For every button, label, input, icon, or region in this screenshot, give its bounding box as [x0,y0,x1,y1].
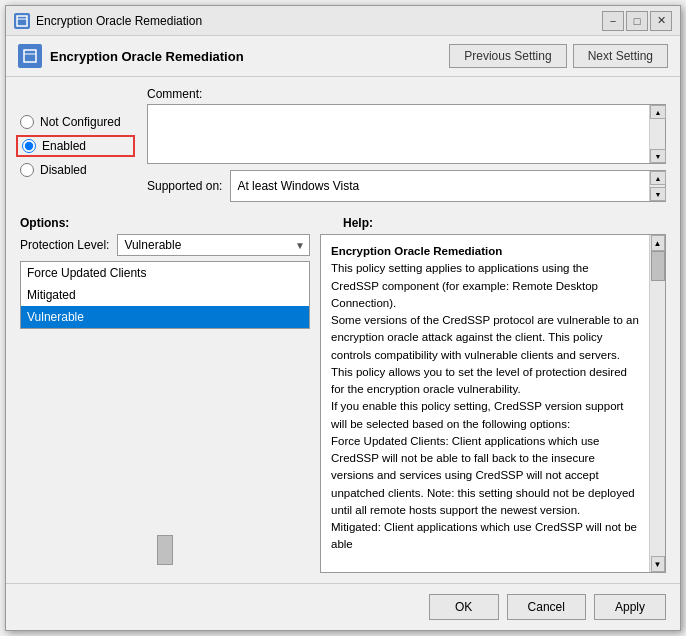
dropdown-wrapper: Vulnerable ▼ [117,234,310,256]
options-label: Options: [20,216,343,230]
protection-row: Protection Level: Vulnerable ▼ [20,234,310,256]
window-icon [14,13,30,29]
dropdown-item-mitigated[interactable]: Mitigated [21,284,309,306]
ok-button[interactable]: OK [429,594,499,620]
main-content: Not Configured Enabled Disabled Comment: [6,77,680,583]
dropdown-arrow-icon: ▼ [295,240,305,251]
help-para-2: Some versions of the CredSSP protocol ar… [331,312,639,398]
comment-field: Comment: ▲ ▼ [147,87,666,164]
title-bar: Encryption Oracle Remediation − □ ✕ [6,6,680,36]
disabled-radio[interactable] [20,163,34,177]
comment-scrollbar: ▲ ▼ [649,105,665,163]
supported-inner: At least Windows Vista [231,171,649,201]
supported-scrollbar: ▲ ▼ [649,171,665,201]
comment-label: Comment: [147,87,666,101]
dropdown-item-force[interactable]: Force Updated Clients [21,262,309,284]
radio-group: Not Configured Enabled Disabled [20,87,135,202]
comment-scroll-up[interactable]: ▲ [650,105,666,119]
options-scroll-area [20,329,310,573]
help-label: Help: [343,216,666,230]
title-text: Encryption Oracle Remediation [36,14,602,28]
supported-value: At least Windows Vista [237,179,359,193]
disabled-label: Disabled [40,163,87,177]
section-labels: Options: Help: [20,216,666,230]
help-scroll-up-btn[interactable]: ▲ [651,235,665,251]
comment-scroll-down[interactable]: ▼ [650,149,666,163]
supported-scroll-up[interactable]: ▲ [650,171,666,185]
supported-row: Supported on: At least Windows Vista ▲ ▼ [147,170,666,202]
help-scroll-thumb[interactable] [651,251,665,281]
enabled-label: Enabled [42,139,86,153]
next-setting-button[interactable]: Next Setting [573,44,668,68]
comment-content [148,105,649,163]
footer: OK Cancel Apply [6,583,680,630]
help-title: Encryption Oracle Remediation [331,245,502,257]
header-title: Encryption Oracle Remediation [50,49,449,64]
svg-rect-2 [24,50,36,62]
header-icon [18,44,42,68]
dropdown-list: Force Updated Clients Mitigated Vulnerab… [20,261,310,329]
window-controls: − □ ✕ [602,11,672,31]
main-window: Encryption Oracle Remediation − □ ✕ Encr… [5,5,681,631]
help-scrollbar: ▲ ▼ [649,235,665,572]
prev-setting-button[interactable]: Previous Setting [449,44,566,68]
supported-label: Supported on: [147,179,222,193]
help-para-1: This policy setting applies to applicati… [331,260,639,312]
not-configured-radio[interactable] [20,115,34,129]
maximize-button[interactable]: □ [626,11,648,31]
apply-button[interactable]: Apply [594,594,666,620]
close-button[interactable]: ✕ [650,11,672,31]
header-bar: Encryption Oracle Remediation Previous S… [6,36,680,77]
help-scroll-down-btn[interactable]: ▼ [651,556,665,572]
enabled-option[interactable]: Enabled [16,135,135,157]
lower-section: Protection Level: Vulnerable ▼ Force Upd… [20,234,666,573]
right-panel: Comment: ▲ ▼ Supported on: At [147,87,666,202]
help-para-5: Mitigated: Client applications which use… [331,519,639,554]
not-configured-option[interactable]: Not Configured [20,115,135,129]
help-scroll-container: Encryption Oracle Remediation This polic… [320,234,666,573]
minimize-button[interactable]: − [602,11,624,31]
comment-scroll-container: ▲ ▼ [147,104,666,164]
supported-container: At least Windows Vista ▲ ▼ [230,170,666,202]
help-para-4: Force Updated Clients: Client applicatio… [331,433,639,519]
protection-label: Protection Level: [20,238,109,252]
top-section: Not Configured Enabled Disabled Comment: [20,87,666,202]
help-para-3: If you enable this policy setting, CredS… [331,398,639,433]
options-scroll-thumb [157,535,173,565]
disabled-option[interactable]: Disabled [20,163,135,177]
help-content: Encryption Oracle Remediation This polic… [321,235,649,572]
svg-rect-0 [17,16,27,26]
dropdown-value: Vulnerable [124,238,181,252]
cancel-button[interactable]: Cancel [507,594,586,620]
help-scroll-track [651,251,665,556]
dropdown-item-vulnerable[interactable]: Vulnerable [21,306,309,328]
enabled-radio[interactable] [22,139,36,153]
nav-buttons: Previous Setting Next Setting [449,44,668,68]
dropdown-display[interactable]: Vulnerable ▼ [117,234,310,256]
supported-scroll-down[interactable]: ▼ [650,187,666,201]
options-panel: Protection Level: Vulnerable ▼ Force Upd… [20,234,310,573]
not-configured-label: Not Configured [40,115,121,129]
